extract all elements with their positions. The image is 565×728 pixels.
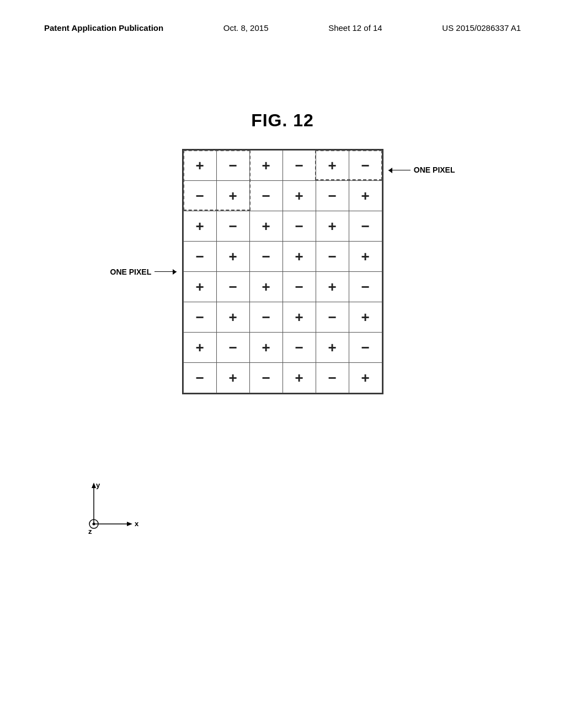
grid-cell: − [316, 363, 349, 393]
grid-cell: − [216, 151, 249, 181]
grid-cell: − [249, 181, 282, 211]
table-row: +−+−+− [183, 211, 382, 242]
one-pixel-right-label: ONE PIXEL [388, 165, 455, 174]
grid-cell: + [183, 272, 216, 302]
grid-cell: − [349, 272, 382, 302]
grid-cell: − [216, 272, 249, 302]
publication-title: Patent Application Publication [44, 22, 163, 34]
one-pixel-right-text: ONE PIXEL [414, 165, 455, 174]
grid-cell: + [316, 333, 349, 363]
grid-cell: + [249, 151, 282, 181]
table-row: −+−+−+ [183, 181, 382, 211]
arrow-left-icon [154, 271, 177, 272]
x-label: x [135, 520, 139, 528]
sheet-info: Sheet 12 of 14 [328, 23, 382, 33]
grid-cell: − [282, 151, 316, 181]
pixel-grid: +−+−+−−+−+−++−+−+−−+−+−++−+−+−−+−+−++−+−… [183, 150, 382, 393]
grid-cell: + [183, 333, 216, 363]
grid-cell: + [316, 151, 349, 181]
table-row: +−+−+− [183, 151, 382, 181]
patent-number: US 2015/0286337 A1 [442, 23, 521, 33]
grid-cell: + [249, 272, 282, 302]
grid-cell: + [249, 211, 282, 242]
grid-cell: + [216, 181, 249, 211]
grid-cell: − [249, 302, 282, 333]
grid-cell: − [282, 211, 316, 242]
one-pixel-left-text: ONE PIXEL [110, 267, 152, 276]
grid-cell: + [282, 181, 316, 211]
z-label: z [88, 527, 92, 535]
grid-cell: − [282, 333, 316, 363]
y-label: y [96, 481, 100, 489]
grid-cell: − [216, 333, 249, 363]
publication-date: Oct. 8, 2015 [223, 23, 269, 33]
grid-cell: − [349, 333, 382, 363]
grid-cell: + [349, 363, 382, 393]
grid-cell: − [183, 181, 216, 211]
grid-cell: + [216, 302, 249, 333]
coord-axes-svg: y x z [77, 480, 143, 535]
grid-cell: + [216, 363, 249, 393]
grid-cell: − [282, 272, 316, 302]
grid-cell: + [349, 242, 382, 272]
page-header: Patent Application Publication Oct. 8, 2… [0, 22, 565, 34]
grid-cell: − [249, 363, 282, 393]
table-row: −+−+−+ [183, 363, 382, 393]
table-row: +−+−+− [183, 333, 382, 363]
grid-cell: + [316, 272, 349, 302]
table-row: +−+−+− [183, 272, 382, 302]
grid-cell: + [282, 302, 316, 333]
grid-cell: + [282, 363, 316, 393]
grid-cell: − [183, 363, 216, 393]
x-axis-arrow [127, 522, 132, 526]
pixel-grid-container: +−+−+−−+−+−++−+−+−−+−+−++−+−+−−+−+−++−+−… [182, 149, 383, 394]
arrow-right-icon [388, 170, 411, 170]
coordinate-system: y x z [77, 480, 143, 537]
grid-cell: + [316, 211, 349, 242]
table-row: −+−+−+ [183, 302, 382, 333]
grid-cell: + [183, 151, 216, 181]
grid-cell: + [216, 242, 249, 272]
grid-cell: − [183, 242, 216, 272]
y-axis-arrow [92, 483, 96, 488]
grid-cell: + [183, 211, 216, 242]
grid-cell: − [316, 242, 349, 272]
grid-cell: + [349, 181, 382, 211]
diagram-area: ONE PIXEL +−+−+−−+−+−++−+−+−−+−+−++−+−+−… [0, 149, 565, 394]
grid-cell: + [249, 333, 282, 363]
grid-cell: − [349, 211, 382, 242]
grid-cell: − [316, 181, 349, 211]
diagram-wrapper: ONE PIXEL +−+−+−−+−+−++−+−+−−+−+−++−+−+−… [182, 149, 383, 394]
grid-cell: − [183, 302, 216, 333]
grid-cell: − [249, 242, 282, 272]
table-row: −+−+−+ [183, 242, 382, 272]
grid-cell: − [349, 151, 382, 181]
grid-cell: + [349, 302, 382, 333]
grid-cell: − [316, 302, 349, 333]
one-pixel-left-label: ONE PIXEL [110, 267, 177, 276]
grid-cell: + [282, 242, 316, 272]
z-dot [93, 523, 95, 526]
grid-cell: − [216, 211, 249, 242]
figure-title: FIG. 12 [0, 110, 565, 131]
